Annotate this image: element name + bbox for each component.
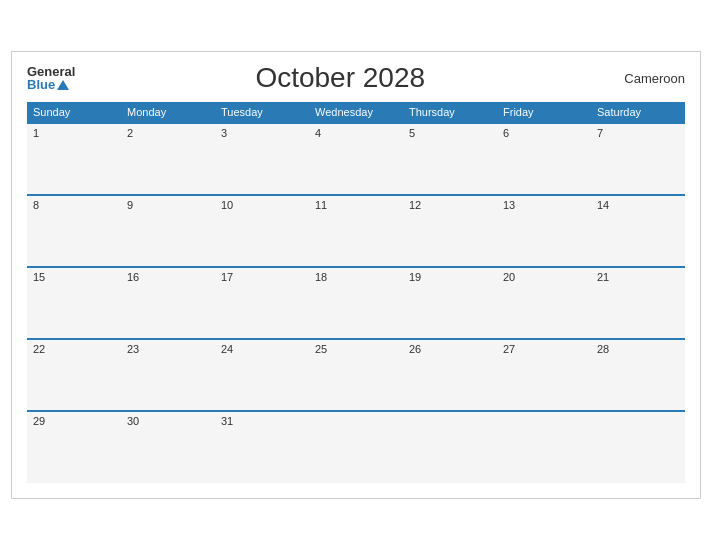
calendar-week-row: 293031 — [27, 411, 685, 483]
calendar-day-24: 24 — [215, 339, 309, 411]
calendar-day-6: 6 — [497, 123, 591, 195]
calendar-day-11: 11 — [309, 195, 403, 267]
calendar-day-28: 28 — [591, 339, 685, 411]
day-header-thursday: Thursday — [403, 102, 497, 123]
calendar-day-5: 5 — [403, 123, 497, 195]
calendar-day-14: 14 — [591, 195, 685, 267]
calendar-day-23: 23 — [121, 339, 215, 411]
calendar-day-15: 15 — [27, 267, 121, 339]
calendar-title: October 2028 — [75, 62, 605, 94]
calendar-grid: SundayMondayTuesdayWednesdayThursdayFrid… — [27, 102, 685, 483]
calendar-day-17: 17 — [215, 267, 309, 339]
calendar-week-row: 891011121314 — [27, 195, 685, 267]
calendar-day-26: 26 — [403, 339, 497, 411]
logo: General Blue — [27, 65, 75, 91]
calendar-header-row: SundayMondayTuesdayWednesdayThursdayFrid… — [27, 102, 685, 123]
calendar-day-19: 19 — [403, 267, 497, 339]
calendar-day-13: 13 — [497, 195, 591, 267]
calendar-day-8: 8 — [27, 195, 121, 267]
calendar-day-31: 31 — [215, 411, 309, 483]
calendar-day-21: 21 — [591, 267, 685, 339]
calendar-day-empty — [309, 411, 403, 483]
calendar-day-3: 3 — [215, 123, 309, 195]
calendar-day-29: 29 — [27, 411, 121, 483]
calendar-day-7: 7 — [591, 123, 685, 195]
calendar-day-1: 1 — [27, 123, 121, 195]
calendar-country: Cameroon — [605, 71, 685, 86]
calendar-week-row: 15161718192021 — [27, 267, 685, 339]
calendar-day-20: 20 — [497, 267, 591, 339]
calendar-day-27: 27 — [497, 339, 591, 411]
day-header-tuesday: Tuesday — [215, 102, 309, 123]
calendar-day-empty — [497, 411, 591, 483]
calendar-day-25: 25 — [309, 339, 403, 411]
day-header-saturday: Saturday — [591, 102, 685, 123]
day-header-wednesday: Wednesday — [309, 102, 403, 123]
calendar-day-empty — [591, 411, 685, 483]
calendar-day-16: 16 — [121, 267, 215, 339]
calendar-day-4: 4 — [309, 123, 403, 195]
logo-blue-text: Blue — [27, 78, 55, 91]
calendar-day-18: 18 — [309, 267, 403, 339]
calendar-day-2: 2 — [121, 123, 215, 195]
calendar-week-row: 1234567 — [27, 123, 685, 195]
calendar-day-10: 10 — [215, 195, 309, 267]
day-header-monday: Monday — [121, 102, 215, 123]
calendar-day-30: 30 — [121, 411, 215, 483]
calendar-day-22: 22 — [27, 339, 121, 411]
day-header-friday: Friday — [497, 102, 591, 123]
calendar-week-row: 22232425262728 — [27, 339, 685, 411]
calendar-day-12: 12 — [403, 195, 497, 267]
calendar-day-empty — [403, 411, 497, 483]
calendar-day-9: 9 — [121, 195, 215, 267]
day-header-sunday: Sunday — [27, 102, 121, 123]
calendar-header: General Blue October 2028 Cameroon — [27, 62, 685, 94]
logo-triangle-icon — [57, 80, 69, 90]
calendar-container: General Blue October 2028 Cameroon Sunda… — [11, 51, 701, 499]
